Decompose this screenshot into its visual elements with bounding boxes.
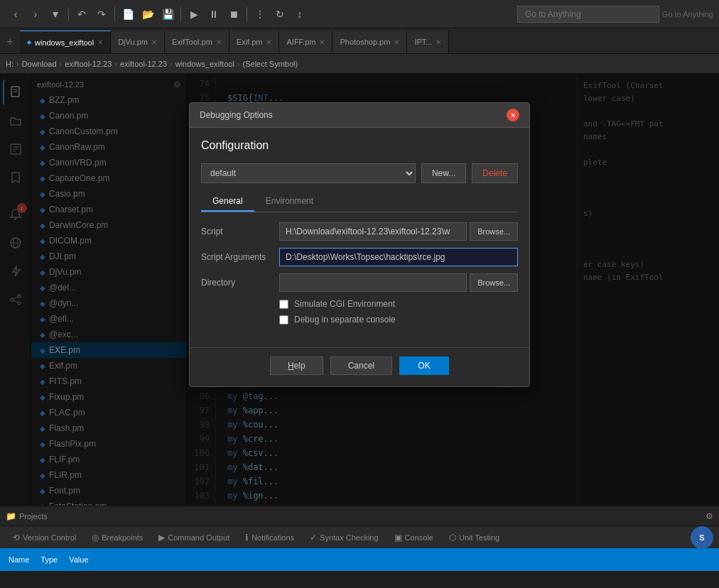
tab-label: DjVu.pm <box>118 38 148 46</box>
separator-1 <box>68 7 69 21</box>
pause-icon[interactable]: ⏸ <box>205 6 222 23</box>
open-folder-icon[interactable]: 📂 <box>139 6 156 23</box>
tab-close-icon[interactable]: ✕ <box>319 38 325 46</box>
breadcrumb-windows[interactable]: windows_exiftool <box>175 60 234 68</box>
redo-icon[interactable]: ↷ <box>93 6 110 23</box>
tab-close-icon[interactable]: ✕ <box>151 38 157 46</box>
simulate-cgi-row: Simulate CGI Environment <box>201 299 518 309</box>
save-icon[interactable]: 💾 <box>159 6 176 23</box>
ok-button[interactable]: OK <box>399 356 449 375</box>
seebug-logo: S <box>691 526 713 549</box>
projects-settings-icon[interactable]: ⚙ <box>706 511 713 521</box>
new-config-button[interactable]: New... <box>421 163 466 183</box>
top-toolbar: ‹ › ▼ ↶ ↷ 📄 📂 💾 ▶ ⏸ ⏹ ⋮ ↻ ↕ Go to Anythi… <box>0 0 719 28</box>
tab-label: AIFF.pm <box>286 38 315 46</box>
tab-photoshop[interactable]: Photoshop.pm ✕ <box>333 31 407 53</box>
bottom-tab-console[interactable]: ▣ Console <box>387 528 440 548</box>
tab-label: windows_exiftool <box>35 38 94 47</box>
status-name-label: Name <box>9 555 29 564</box>
tab-label: ExifTool.pm <box>172 38 212 46</box>
simulate-cgi-label[interactable]: Simulate CGI Environment <box>294 299 395 309</box>
dialog-heading: Configuration <box>201 139 518 152</box>
tab-close-icon[interactable]: ✕ <box>216 38 222 46</box>
dialog-tab-environment[interactable]: Environment <box>254 192 325 212</box>
script-args-input[interactable] <box>279 248 518 266</box>
tab-close-icon[interactable]: ✕ <box>97 38 103 46</box>
script-browse-button[interactable]: Browse... <box>470 222 518 241</box>
separator-3 <box>180 7 181 21</box>
bottom-tab-command-output[interactable]: ▶ Command Output <box>151 528 237 548</box>
directory-label: Directory <box>201 278 279 288</box>
dialog-title: Debugging Options <box>200 110 273 120</box>
tab-close-icon[interactable]: ✕ <box>266 38 271 46</box>
unit-testing-icon: ⬡ <box>449 533 456 543</box>
help-button[interactable]: Help <box>270 356 323 375</box>
dialog-tabs: General Environment <box>201 192 518 212</box>
console-icon: ▣ <box>394 533 402 543</box>
breadcrumb-exiftool1[interactable]: exiftool-12.23 <box>65 60 112 68</box>
dialog-tab-general[interactable]: General <box>201 192 254 212</box>
status-bar: Name Type Value <box>0 548 719 571</box>
script-input[interactable] <box>279 222 467 241</box>
breadcrumb: H: › Download › exiftool-12.23 › exiftoo… <box>0 54 719 74</box>
dropdown-icon[interactable]: ▼ <box>47 6 64 23</box>
bottom-tab-breakpoints[interactable]: ◎ Breakpoints <box>85 528 150 548</box>
new-tab-button[interactable]: + <box>0 31 20 53</box>
breadcrumb-download[interactable]: Download <box>22 60 57 68</box>
simulate-cgi-checkbox[interactable] <box>279 300 288 309</box>
delete-config-button[interactable]: Delete <box>472 163 518 183</box>
bottom-tab-syntax-checking[interactable]: ✓ Syntax Checking <box>303 528 386 548</box>
tab-aiff[interactable]: AIFF.pm ✕ <box>279 31 333 53</box>
tab-exif[interactable]: Exif.pm ✕ <box>229 31 280 53</box>
dialog-title-bar: Debugging Options ✕ <box>190 103 529 128</box>
status-type-label: Type <box>40 555 58 564</box>
directory-browse-button[interactable]: Browse... <box>470 273 518 292</box>
tab-close-icon[interactable]: ✕ <box>436 38 441 46</box>
tab-ipt[interactable]: IPT... ✕ <box>407 31 449 53</box>
directory-field-row: Directory Browse... <box>201 273 518 292</box>
play-icon[interactable]: ▶ <box>185 6 202 23</box>
config-select[interactable]: default <box>201 163 416 183</box>
nav-back-icon[interactable]: ‹ <box>7 6 24 23</box>
version-control-icon: ⟲ <box>13 533 20 543</box>
undo-icon[interactable]: ↶ <box>73 6 90 23</box>
debug-console-checkbox[interactable] <box>279 315 288 325</box>
separator-2 <box>114 7 115 21</box>
tab-exiftool[interactable]: ExifTool.pm ✕ <box>165 31 229 53</box>
bottom-tab-notifications[interactable]: ℹ Notifications <box>238 528 301 548</box>
more-icon[interactable]: ⋮ <box>252 6 269 23</box>
status-value-label: Value <box>69 555 88 564</box>
new-file-icon[interactable]: 📄 <box>119 6 136 23</box>
debug-console-row: Debug in separate console <box>201 315 518 325</box>
tab-windows-exiftool[interactable]: ◆ windows_exiftool ✕ <box>20 31 111 53</box>
script-args-field-row: Script Arguments <box>201 248 518 266</box>
config-row: default New... Delete <box>201 163 518 183</box>
tab-djvu[interactable]: DjVu.pm ✕ <box>111 31 165 53</box>
bottom-tab-unit-testing[interactable]: ⬡ Unit Testing <box>442 528 507 548</box>
debug-console-label[interactable]: Debug in separate console <box>294 315 396 325</box>
dialog-body: Configuration default New... Delete Gene… <box>190 128 529 342</box>
cancel-button[interactable]: Cancel <box>330 356 392 375</box>
nav-forward-icon[interactable]: › <box>27 6 44 23</box>
main-layout: 1 exiftool-12.23 ⚙ ◆ BZZ.pm ◆ Canon.pm ◆ <box>0 74 719 506</box>
projects-label[interactable]: Projects <box>19 512 48 521</box>
breadcrumb-h[interactable]: H: <box>6 60 13 68</box>
refresh-icon[interactable]: ↻ <box>271 6 288 23</box>
goto-anything-label: Go to Anything <box>662 10 713 18</box>
debugging-options-dialog: Debugging Options ✕ Configuration defaul… <box>189 102 530 387</box>
directory-input[interactable] <box>279 273 467 292</box>
command-output-icon: ▶ <box>158 533 165 543</box>
tab-icon: ◆ <box>27 39 31 45</box>
bottom-tab-version-control[interactable]: ⟲ Version Control <box>6 528 83 548</box>
projects-icon: 📁 <box>6 511 16 521</box>
dialog-footer: Help Cancel OK <box>190 347 529 386</box>
breakpoints-icon: ◎ <box>92 533 99 543</box>
dialog-close-button[interactable]: ✕ <box>507 109 519 121</box>
stop-icon[interactable]: ⏹ <box>225 6 242 23</box>
goto-anything-input[interactable] <box>517 6 659 23</box>
breadcrumb-exiftool2[interactable]: exiftool-12.23 <box>120 60 167 68</box>
script-args-label: Script Arguments <box>201 252 279 262</box>
tab-close-icon[interactable]: ✕ <box>394 38 399 46</box>
sync-icon[interactable]: ↕ <box>291 6 308 23</box>
breadcrumb-symbol[interactable]: (Select Symbol) <box>243 60 298 68</box>
